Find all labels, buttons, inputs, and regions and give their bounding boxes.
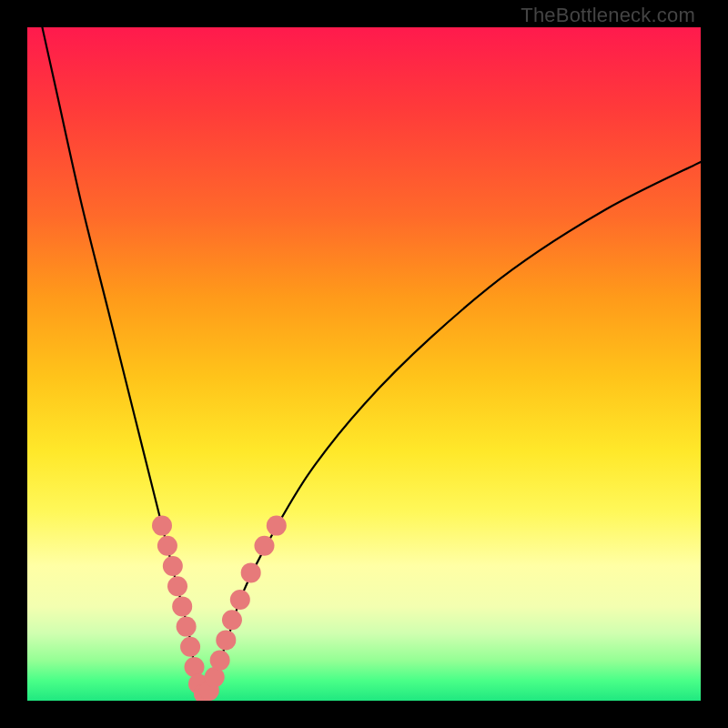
data-marker bbox=[185, 657, 205, 677]
data-marker bbox=[172, 596, 192, 616]
data-marker bbox=[241, 562, 261, 582]
bottleneck-curve bbox=[27, 27, 701, 696]
data-marker bbox=[157, 536, 177, 556]
plot-area bbox=[27, 27, 701, 701]
data-marker bbox=[163, 556, 183, 576]
data-marker bbox=[210, 651, 230, 671]
data-marker bbox=[167, 576, 187, 596]
data-marker bbox=[222, 610, 242, 630]
watermark-text: TheBottleneck.com bbox=[521, 4, 695, 27]
data-marker bbox=[230, 590, 250, 610]
chart-frame: TheBottleneck.com bbox=[0, 0, 728, 728]
markers-group bbox=[152, 516, 287, 701]
data-marker bbox=[152, 516, 172, 536]
data-marker bbox=[216, 630, 236, 650]
chart-svg bbox=[27, 27, 701, 701]
data-marker bbox=[254, 536, 274, 556]
data-marker bbox=[177, 617, 197, 637]
data-marker bbox=[267, 516, 287, 536]
data-marker bbox=[180, 637, 200, 657]
